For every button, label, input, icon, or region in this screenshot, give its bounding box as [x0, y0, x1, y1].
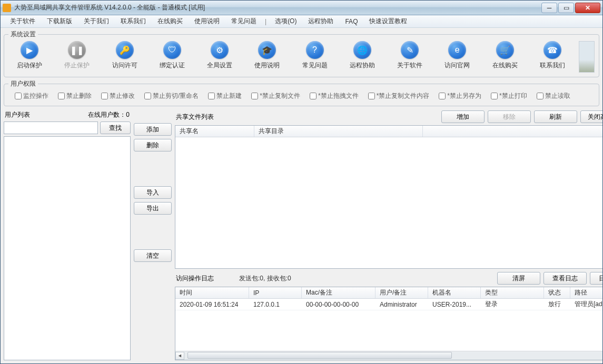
perm-checkbox[interactable] — [368, 93, 375, 99]
log-clear-button[interactable]: 清屏 — [497, 272, 540, 285]
add-user-button[interactable]: 添加 — [134, 123, 172, 136]
menu-faq-cn[interactable]: 常见问题 — [226, 16, 262, 27]
perm-禁止删除[interactable]: 禁止删除 — [58, 92, 92, 100]
tool-icon: e — [448, 41, 466, 59]
perm-label: 监控操作 — [23, 92, 48, 100]
user-listbox[interactable] — [4, 136, 131, 360]
titlebar: 大势至局域网共享文件管理系统 V14.2.0.0 - 全能版 - 普通模式 [试… — [1, 1, 602, 15]
perm-checkbox[interactable] — [537, 93, 543, 99]
perm-checkbox[interactable] — [101, 93, 108, 99]
menu-faq-en[interactable]: FAQ — [340, 17, 363, 26]
perm-监控操作[interactable]: 监控操作 — [15, 92, 48, 100]
log-horizontal-scrollbar[interactable]: ◄ ► — [175, 351, 602, 360]
tool-常见问题[interactable]: ?常见问题 — [294, 41, 336, 70]
perm-checkbox[interactable] — [310, 93, 317, 99]
share-refresh-button[interactable]: 刷新 — [534, 110, 577, 123]
tool-icon: ▶ — [21, 41, 38, 59]
share-remove-button[interactable]: 移除 — [488, 110, 531, 123]
scroll-thumb[interactable] — [187, 352, 452, 359]
tool-label: 远程协助 — [350, 61, 375, 70]
export-button[interactable]: 导出 — [134, 202, 172, 215]
tool-icon: 🎓 — [258, 41, 276, 59]
menu-options[interactable]: 选项(O) — [270, 16, 302, 27]
tool-访问官网[interactable]: e访问官网 — [436, 41, 478, 70]
log-cell: 登录 — [481, 300, 544, 309]
perm-checkbox[interactable] — [144, 93, 151, 99]
menu-about-software[interactable]: 关于软件 — [5, 16, 41, 27]
perm-checkbox[interactable] — [251, 93, 258, 99]
scroll-left-arrow[interactable]: ◄ — [175, 352, 184, 360]
log-cell: 管理员[admin]登 — [570, 300, 602, 309]
perm-禁止读取[interactable]: 禁止读取 — [537, 92, 570, 100]
system-settings-group: 系统设置 ▶启动保护❚❚停止保护🔑访问许可🛡绑定认证⚙全局设置🎓使用说明?常见问… — [4, 30, 599, 77]
tool-在线购买[interactable]: 🛒在线购买 — [484, 41, 526, 70]
menu-separator: | — [263, 18, 269, 25]
tool-远程协助[interactable]: 🌐远程协助 — [341, 41, 383, 70]
tool-全局设置[interactable]: ⚙全局设置 — [199, 41, 241, 70]
log-col-时间[interactable]: 时间 — [175, 287, 249, 298]
perm-checkbox[interactable] — [15, 93, 22, 99]
log-col-状态[interactable]: 状态 — [544, 287, 570, 298]
perm-*禁止另存为[interactable]: *禁止另存为 — [439, 92, 481, 100]
col-share-empty — [423, 126, 602, 137]
window-title: 大势至局域网共享文件管理系统 V14.2.0.0 - 全能版 - 普通模式 [试… — [14, 3, 540, 12]
perm-label: 禁止修改 — [110, 92, 135, 100]
log-table[interactable]: 时间IPMac/备注用户/备注机器名类型状态路径 2020-01-09 16:5… — [175, 287, 602, 360]
log-col-类型[interactable]: 类型 — [481, 287, 544, 298]
menu-usage[interactable]: 使用说明 — [189, 16, 225, 27]
tool-联系我们[interactable]: ☎联系我们 — [531, 41, 574, 70]
menubar: 关于软件 下载新版 关于我们 联系我们 在线购买 使用说明 常见问题 | 选项(… — [1, 15, 602, 28]
log-cell: 放行 — [544, 300, 570, 309]
perm-*禁止打印[interactable]: *禁止打印 — [491, 92, 527, 100]
clear-users-button[interactable]: 清空 — [134, 249, 172, 262]
col-share-dir[interactable]: 共享目录 — [254, 126, 423, 137]
perm-*禁止复制文件[interactable]: *禁止复制文件 — [251, 92, 300, 100]
menu-online-buy[interactable]: 在线购买 — [152, 16, 188, 27]
perm-*禁止拖拽文件[interactable]: *禁止拖拽文件 — [310, 92, 359, 100]
col-share-name[interactable]: 共享名 — [175, 126, 254, 137]
perm-checkbox[interactable] — [58, 93, 65, 99]
menu-download-new[interactable]: 下载新版 — [42, 16, 77, 27]
minimize-button[interactable]: ─ — [541, 3, 557, 13]
perm-label: *禁止复制文件 — [260, 92, 300, 100]
user-search-input[interactable] — [4, 122, 98, 134]
log-col-机器名[interactable]: 机器名 — [428, 287, 481, 298]
share-list-label: 共享文件列表 — [176, 113, 441, 122]
search-button[interactable]: 查找 — [100, 122, 131, 134]
perm-checkbox[interactable] — [208, 93, 215, 99]
perm-禁止修改[interactable]: 禁止修改 — [101, 92, 135, 100]
menu-remote-assist[interactable]: 远程协助 — [303, 16, 339, 27]
perm-*禁止复制文件内容[interactable]: *禁止复制文件内容 — [368, 92, 430, 100]
share-add-button[interactable]: 增加 — [441, 110, 485, 123]
log-chart-button[interactable]: 日志图表 — [590, 272, 602, 285]
tool-icon: 🛒 — [496, 41, 514, 59]
menu-quick-setup[interactable]: 快速设置教程 — [364, 16, 412, 27]
import-button[interactable]: 导入 — [134, 186, 172, 199]
perm-checkbox[interactable] — [439, 93, 446, 99]
tool-label: 停止保护 — [64, 61, 90, 70]
log-row[interactable]: 2020-01-09 16:51:24127.0.0.100-00-00-00-… — [175, 299, 602, 310]
menu-about-us[interactable]: 关于我们 — [78, 16, 114, 27]
log-cell: 00-00-00-00-00-00 — [302, 301, 375, 308]
close-advanced-button[interactable]: 关闭高级模式 — [580, 110, 602, 123]
tool-icon: 🔑 — [116, 41, 134, 59]
tool-使用说明[interactable]: 🎓使用说明 — [246, 41, 288, 70]
delete-user-button[interactable]: 删除 — [134, 139, 172, 151]
log-col-IP[interactable]: IP — [249, 287, 302, 298]
log-col-用户/备注[interactable]: 用户/备注 — [375, 287, 428, 298]
share-table[interactable]: 共享名 共享目录 — [175, 125, 602, 269]
log-view-button[interactable]: 查看日志 — [543, 272, 587, 285]
perm-禁止剪切/重命名[interactable]: 禁止剪切/重命名 — [144, 92, 199, 100]
menu-contact-us[interactable]: 联系我们 — [115, 16, 151, 27]
tool-启动保护[interactable]: ▶启动保护 — [8, 41, 51, 70]
log-col-路径[interactable]: 路径 — [570, 287, 602, 298]
maximize-button[interactable]: ▭ — [558, 3, 574, 13]
tool-关于软件[interactable]: ✎关于软件 — [389, 41, 431, 70]
perm-label: 禁止删除 — [66, 92, 92, 100]
log-col-Mac/备注[interactable]: Mac/备注 — [302, 287, 375, 298]
perm-禁止新建[interactable]: 禁止新建 — [208, 92, 242, 100]
perm-checkbox[interactable] — [491, 93, 498, 99]
close-button[interactable]: ✕ — [575, 3, 600, 13]
tool-绑定认证[interactable]: 🛡绑定认证 — [151, 41, 193, 70]
tool-访问许可[interactable]: 🔑访问许可 — [104, 41, 146, 70]
